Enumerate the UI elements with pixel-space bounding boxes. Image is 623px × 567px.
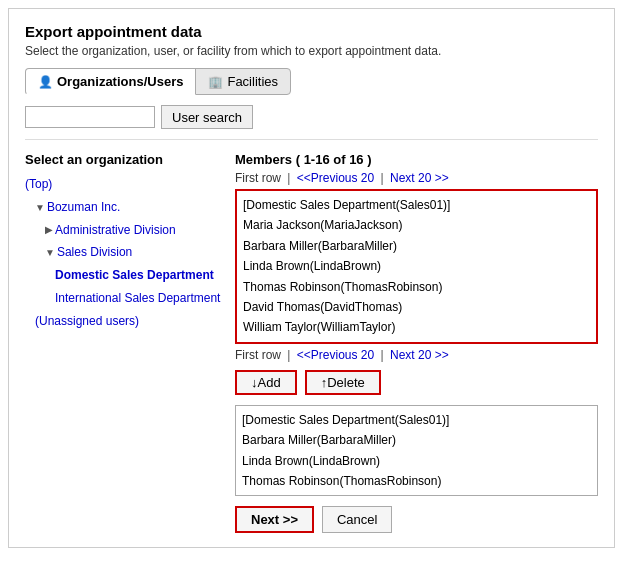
member-item-6[interactable]: William Taylor(WilliamTaylor) <box>243 317 590 337</box>
org-bozuman-link[interactable]: Bozuman Inc. <box>47 196 120 219</box>
tab-facilities-label: Facilities <box>227 74 278 89</box>
arrow-sales: ▼ <box>45 243 55 262</box>
search-input[interactable] <box>25 106 155 128</box>
org-domestic-label[interactable]: Domestic Sales Department <box>55 264 214 287</box>
org-item-top[interactable]: (Top) <box>25 173 225 196</box>
org-item-unassigned[interactable]: (Unassigned users) <box>25 310 225 333</box>
first-row-top: First row <box>235 171 281 185</box>
members-list-box: [Domestic Sales Department(Sales01)] Mar… <box>235 189 598 344</box>
pagination-bottom: First row | <<Previous 20 | Next 20 >> <box>235 348 598 362</box>
selected-item-3[interactable]: Thomas Robinson(ThomasRobinson) <box>242 471 591 491</box>
org-unassigned-link[interactable]: (Unassigned users) <box>35 310 139 333</box>
page-title: Export appointment data <box>25 23 598 40</box>
search-row: User search <box>25 105 598 140</box>
members-title: Members ( 1-16 of 16 ) <box>235 152 598 167</box>
user-search-button[interactable]: User search <box>161 105 253 129</box>
arrow-admin: ▶ <box>45 220 53 239</box>
main-content: Select an organization (Top) ▼ Bozuman I… <box>25 152 598 533</box>
selected-item-0[interactable]: [Domestic Sales Department(Sales01)] <box>242 410 591 430</box>
left-panel-title: Select an organization <box>25 152 225 167</box>
prev-20-top[interactable]: <<Previous 20 <box>297 171 374 185</box>
member-item-0[interactable]: [Domestic Sales Department(Sales01)] <box>243 195 590 215</box>
org-item-admin-div[interactable]: ▶ Administrative Division <box>25 219 225 242</box>
next-20-top[interactable]: Next 20 >> <box>390 171 449 185</box>
next-20-bottom[interactable]: Next 20 >> <box>390 348 449 362</box>
org-item-bozuman[interactable]: ▼ Bozuman Inc. <box>25 196 225 219</box>
org-sales-link[interactable]: Sales Division <box>57 241 132 264</box>
right-panel: Members ( 1-16 of 16 ) First row | <<Pre… <box>235 152 598 533</box>
member-item-4[interactable]: Thomas Robinson(ThomasRobinson) <box>243 277 590 297</box>
left-panel: Select an organization (Top) ▼ Bozuman I… <box>25 152 225 533</box>
bottom-buttons: Next >> Cancel <box>235 506 598 533</box>
org-item-domestic-sales[interactable]: Domestic Sales Department <box>25 264 225 287</box>
tab-bar: 👤 Organizations/Users 🏢 Facilities <box>25 68 598 95</box>
tab-facilities[interactable]: 🏢 Facilities <box>195 68 291 95</box>
selected-item-2[interactable]: Linda Brown(LindaBrown) <box>242 451 591 471</box>
delete-button[interactable]: ↑Delete <box>305 370 381 395</box>
org-users-icon: 👤 <box>38 75 53 89</box>
selected-list-box: [Domestic Sales Department(Sales01)] Bar… <box>235 405 598 497</box>
next-button[interactable]: Next >> <box>235 506 314 533</box>
main-container: Export appointment data Select the organ… <box>8 8 615 548</box>
tab-org-users[interactable]: 👤 Organizations/Users <box>25 68 196 95</box>
arrow-bozuman: ▼ <box>35 198 45 217</box>
org-international-link[interactable]: International Sales Department <box>55 287 220 310</box>
first-row-bottom: First row <box>235 348 281 362</box>
org-item-sales-div[interactable]: ▼ Sales Division <box>25 241 225 264</box>
prev-20-bottom[interactable]: <<Previous 20 <box>297 348 374 362</box>
cancel-button[interactable]: Cancel <box>322 506 392 533</box>
page-description: Select the organization, user, or facili… <box>25 44 598 58</box>
facilities-icon: 🏢 <box>208 75 223 89</box>
tab-org-users-label: Organizations/Users <box>57 74 183 89</box>
member-item-2[interactable]: Barbara Miller(BarbaraMiller) <box>243 236 590 256</box>
member-item-1[interactable]: Maria Jackson(MariaJackson) <box>243 215 590 235</box>
org-item-international-sales[interactable]: International Sales Department <box>25 287 225 310</box>
pagination-top: First row | <<Previous 20 | Next 20 >> <box>235 171 598 185</box>
org-admin-link[interactable]: Administrative Division <box>55 219 176 242</box>
member-item-5[interactable]: David Thomas(DavidThomas) <box>243 297 590 317</box>
add-button[interactable]: ↓Add <box>235 370 297 395</box>
member-item-3[interactable]: Linda Brown(LindaBrown) <box>243 256 590 276</box>
action-buttons: ↓Add ↑Delete <box>235 370 598 395</box>
selected-item-1[interactable]: Barbara Miller(BarbaraMiller) <box>242 430 591 450</box>
org-top-link[interactable]: (Top) <box>25 173 52 196</box>
org-list: (Top) ▼ Bozuman Inc. ▶ Administrative Di… <box>25 173 225 333</box>
